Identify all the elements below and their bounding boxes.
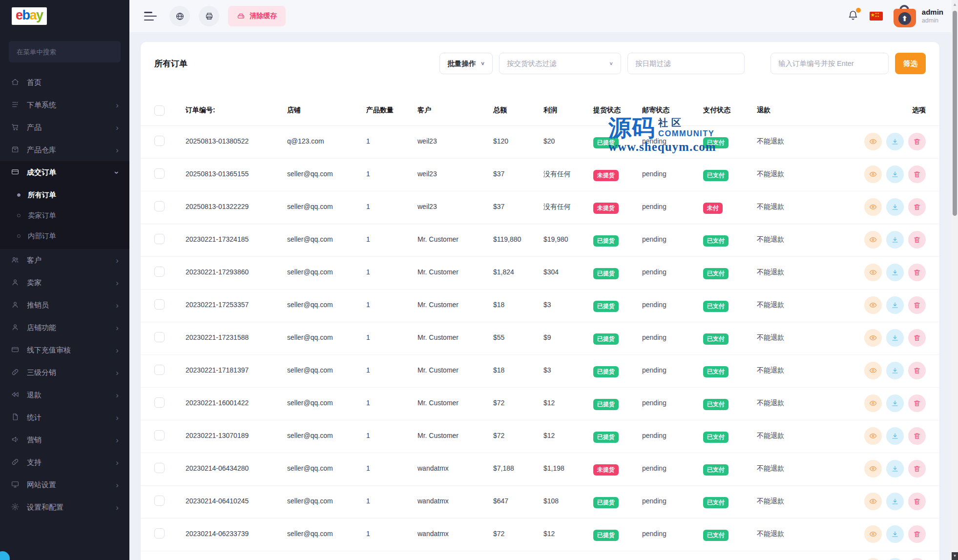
delete-order-button[interactable] — [908, 525, 926, 543]
download-order-button[interactable] — [886, 329, 904, 347]
row-checkbox[interactable] — [154, 267, 165, 277]
view-order-button[interactable] — [864, 296, 882, 314]
delete-order-button[interactable] — [908, 198, 926, 216]
download-order-button[interactable] — [886, 362, 904, 379]
view-order-button[interactable] — [864, 264, 882, 281]
download-order-button[interactable] — [886, 558, 904, 560]
sidebar-item-settings-config[interactable]: 设置和配置› — [0, 496, 129, 519]
row-checkbox[interactable] — [154, 299, 165, 310]
sidebar-item-promoters[interactable]: 推销员› — [0, 294, 129, 316]
row-checkbox[interactable] — [154, 332, 165, 342]
sidebar-item-site-settings[interactable]: 网站设置› — [0, 474, 129, 496]
ebay-logo[interactable]: ebay — [12, 7, 47, 25]
sidebar-search-input[interactable] — [9, 41, 121, 62]
view-order-button[interactable] — [864, 558, 882, 560]
column-header: 支付状态 — [703, 96, 757, 126]
shop-cell: seller@qq.com — [287, 453, 366, 486]
row-checkbox[interactable] — [154, 496, 165, 506]
filter-submit-button[interactable]: 筛选 — [895, 53, 926, 74]
select-all-checkbox[interactable] — [154, 105, 165, 116]
delete-order-button[interactable] — [908, 427, 926, 445]
download-order-button[interactable] — [886, 198, 904, 216]
delete-order-button[interactable] — [908, 166, 926, 183]
download-order-button[interactable] — [886, 133, 904, 150]
order-number-filter-input[interactable] — [771, 53, 889, 74]
delete-order-button[interactable] — [908, 394, 926, 412]
sidebar-item-sellers[interactable]: 卖家› — [0, 271, 129, 294]
delete-order-button[interactable] — [908, 329, 926, 347]
sidebar-item-shop-features[interactable]: 店铺功能› — [0, 316, 129, 339]
row-checkbox[interactable] — [154, 234, 165, 244]
printer-icon — [205, 12, 214, 21]
delete-order-button[interactable] — [908, 558, 926, 560]
view-order-button[interactable] — [864, 427, 882, 445]
view-order-button[interactable] — [864, 166, 882, 183]
sidebar-item-support[interactable]: 支持› — [0, 451, 129, 474]
delete-order-button[interactable] — [908, 460, 926, 477]
download-order-button[interactable] — [886, 493, 904, 510]
download-order-button[interactable] — [886, 460, 904, 477]
sidebar-item-completed-orders[interactable]: 成交订单› — [0, 161, 129, 184]
scroll-up-arrow-icon[interactable]: ▲ — [952, 2, 958, 7]
view-order-button[interactable] — [864, 394, 882, 412]
scrollbar-thumb[interactable] — [953, 11, 957, 216]
row-checkbox[interactable] — [154, 430, 165, 440]
user-menu[interactable]: ⬆ admin admin — [894, 5, 943, 27]
delete-order-button[interactable] — [908, 264, 926, 281]
print-button[interactable] — [199, 6, 219, 26]
sidebar-item-order-system[interactable]: 下单系统› — [0, 94, 129, 116]
download-order-button[interactable] — [886, 296, 904, 314]
sidebar-subitem-seller-orders[interactable]: 卖家订单 — [0, 205, 129, 226]
row-checkbox[interactable] — [154, 168, 165, 179]
download-order-button[interactable] — [886, 525, 904, 543]
row-checkbox[interactable] — [154, 136, 165, 146]
delete-order-button[interactable] — [908, 133, 926, 150]
download-order-button[interactable] — [886, 394, 904, 412]
sidebar-item-product-warehouse[interactable]: 产品仓库› — [0, 139, 129, 161]
row-checkbox[interactable] — [154, 201, 165, 211]
view-order-button[interactable] — [864, 362, 882, 379]
sidebar-item-products[interactable]: 产品› — [0, 116, 129, 139]
view-order-button[interactable] — [864, 198, 882, 216]
delete-order-button[interactable] — [908, 231, 926, 249]
delete-order-button[interactable] — [908, 296, 926, 314]
row-checkbox[interactable] — [154, 463, 165, 473]
download-order-button[interactable] — [886, 166, 904, 183]
mail-status-text: pending — [642, 530, 666, 538]
language-globe-button[interactable] — [169, 6, 190, 26]
date-filter-input[interactable] — [627, 53, 745, 74]
sidebar-item-three-level-distribution[interactable]: 三级分销› — [0, 361, 129, 384]
sidebar-item-marketing[interactable]: 营销› — [0, 429, 129, 451]
sidebar-item-offline-recharge-review[interactable]: 线下充值审核› — [0, 339, 129, 361]
sidebar-item-home[interactable]: 首页 — [0, 71, 129, 94]
view-order-button[interactable] — [864, 329, 882, 347]
table-row: 20230214-06233739seller@qq.com1wandatmx$… — [141, 519, 939, 551]
bulk-actions-dropdown[interactable]: 批量操作 ∨ — [439, 53, 493, 74]
sidebar-item-statistics[interactable]: 统计› — [0, 406, 129, 429]
sidebar-item-refunds[interactable]: 退款› — [0, 384, 129, 406]
sidebar-subitem-internal-orders[interactable]: 内部订单 — [0, 226, 129, 246]
notifications-button[interactable] — [847, 9, 859, 23]
download-order-button[interactable] — [886, 231, 904, 249]
sidebar-subitem-all-orders[interactable]: 所有订单 — [0, 185, 129, 205]
delete-order-button[interactable] — [908, 362, 926, 379]
language-flag-cn[interactable]: ★ ★★★★ — [870, 12, 883, 21]
delivery-status-filter-select[interactable]: 按交货状态过滤 ∨ — [499, 53, 621, 74]
download-order-button[interactable] — [886, 427, 904, 445]
menu-toggle-icon[interactable] — [144, 12, 157, 21]
sidebar-item-customers[interactable]: 客户› — [0, 249, 129, 271]
row-checkbox[interactable] — [154, 365, 165, 375]
view-order-button[interactable] — [864, 231, 882, 249]
clear-cache-button[interactable]: 清除缓存 — [228, 6, 286, 26]
row-checkbox[interactable] — [154, 397, 165, 408]
corner-widget[interactable] — [0, 551, 10, 560]
row-checkbox[interactable] — [154, 528, 165, 539]
profit-cell: $1,198 — [543, 453, 593, 486]
view-order-button[interactable] — [864, 525, 882, 543]
view-order-button[interactable] — [864, 460, 882, 477]
view-order-button[interactable] — [864, 133, 882, 150]
scroll-down-arrow-icon[interactable]: ▼ — [952, 552, 958, 560]
download-order-button[interactable] — [886, 264, 904, 281]
delete-order-button[interactable] — [908, 493, 926, 510]
view-order-button[interactable] — [864, 493, 882, 510]
